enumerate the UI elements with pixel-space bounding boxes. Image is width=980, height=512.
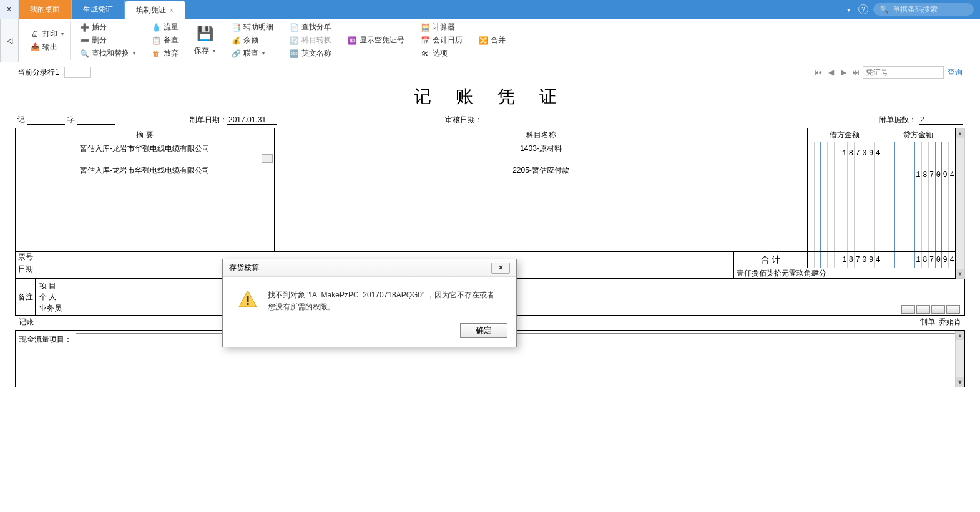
convert-icon: 🔄 xyxy=(289,36,299,46)
table-row[interactable] xyxy=(16,186,955,208)
merge-button[interactable]: 🔀合并 xyxy=(477,34,507,46)
attach-count[interactable]: 2 xyxy=(919,115,963,125)
find-split-button[interactable]: 📄查找分单 xyxy=(288,21,333,33)
tab-desktop[interactable]: 我的桌面 xyxy=(19,0,72,19)
cell-credit[interactable]: 187094 xyxy=(881,164,955,186)
scroll-up-icon[interactable]: ▲ xyxy=(956,331,964,340)
cell-debit[interactable]: 187094 xyxy=(808,142,881,164)
cashflow-input[interactable] xyxy=(76,333,961,345)
help-icon[interactable]: ? xyxy=(858,4,868,14)
label: 余额 xyxy=(243,35,258,46)
subject-convert-button[interactable]: 🔄科目转换 xyxy=(288,34,333,46)
cell-debit[interactable] xyxy=(808,229,881,251)
table-row[interactable]: 暂估入库-龙岩市华强电线电缆有限公司2205-暂估应付款187094 xyxy=(16,164,955,186)
scroll-up-icon[interactable]: ▲ xyxy=(956,128,964,138)
cell-subject[interactable]: 1403-原材料 xyxy=(275,142,808,164)
ok-button[interactable]: 确定 xyxy=(460,323,507,338)
label: 查找分单 xyxy=(301,22,331,32)
tab-label: 填制凭证 xyxy=(136,5,166,16)
prev-button[interactable]: ◀ xyxy=(825,67,836,78)
linked-check-button[interactable]: 🔗联查▾ xyxy=(230,47,275,59)
cell-subject[interactable]: 2205-暂估应付款 xyxy=(275,164,808,186)
scroll-down-icon[interactable]: ▼ xyxy=(956,377,964,387)
panel-close[interactable]: × xyxy=(0,0,19,19)
chevron-down-icon: ▾ xyxy=(61,31,64,37)
balance-button[interactable]: 💰余额 xyxy=(230,34,275,46)
current-entry-field[interactable] xyxy=(64,67,91,78)
mini-btn-4[interactable] xyxy=(946,305,960,314)
cell-credit[interactable] xyxy=(881,229,955,251)
cell-abstract[interactable] xyxy=(16,229,275,251)
find-icon: 🔍 xyxy=(79,49,89,59)
tab-strip: 我的桌面 生成凭证 填制凭证× xyxy=(19,0,185,19)
output-button[interactable]: 📤输出 xyxy=(29,41,65,53)
cell-credit[interactable] xyxy=(881,186,955,208)
cell-debit[interactable] xyxy=(808,186,881,208)
maker-name: 乔娟肖 xyxy=(939,317,961,326)
print-button[interactable]: 🖨打印▾ xyxy=(29,28,65,40)
dialog-close-button[interactable]: ✕ xyxy=(491,263,510,274)
next-button[interactable]: ▶ xyxy=(838,67,849,78)
label: 流量 xyxy=(164,22,179,32)
table-row[interactable] xyxy=(16,208,955,229)
col-credit: 贷方金额 xyxy=(881,128,955,142)
cell-subject[interactable] xyxy=(275,229,808,251)
first-button[interactable]: ⏮ xyxy=(813,67,824,78)
scroll-down-icon[interactable]: ▼ xyxy=(956,269,964,278)
calculator-icon: 🧮 xyxy=(420,22,430,32)
mini-btn-3[interactable] xyxy=(931,305,945,314)
label: 联查 xyxy=(243,48,258,59)
voucher-zi-input[interactable] xyxy=(77,115,115,125)
cell-credit[interactable] xyxy=(881,142,955,164)
tab-close-icon[interactable]: × xyxy=(170,7,174,14)
cell-credit[interactable] xyxy=(881,208,955,229)
abandon-button[interactable]: 🗑放弃 xyxy=(150,47,180,59)
label: 放弃 xyxy=(164,48,179,59)
ribbon-collapse[interactable]: ◁ xyxy=(0,19,19,62)
chevron-down-icon: ▾ xyxy=(213,48,215,54)
options-button[interactable]: 🛠选项 xyxy=(419,47,464,59)
mini-btn-2[interactable] xyxy=(916,305,930,314)
label: 删分 xyxy=(92,35,107,46)
cell-abstract[interactable] xyxy=(16,186,275,208)
flow-button[interactable]: 💧流量 xyxy=(150,21,180,33)
calculator-button[interactable]: 🧮计算器 xyxy=(419,21,464,33)
barcode-search[interactable]: 🔍 xyxy=(873,3,974,16)
ellipsis-button[interactable]: ⋯ xyxy=(262,154,273,163)
table-row[interactable] xyxy=(16,229,955,251)
cashflow-label: 现金流量项目： xyxy=(19,334,72,345)
cashflow-vscroll[interactable]: ▲ ▼ xyxy=(955,331,964,387)
english-name-button[interactable]: 🔤英文名称 xyxy=(288,47,333,59)
calendar-button[interactable]: 📅会计日历 xyxy=(419,34,464,46)
mini-btn-1[interactable] xyxy=(901,305,915,314)
cell-subject[interactable] xyxy=(275,186,808,208)
cell-abstract[interactable]: 暂估入库-龙岩市华强电线电缆有限公司⋯ xyxy=(16,142,275,164)
table-vscroll[interactable]: ▲ ▼ xyxy=(956,128,965,279)
cell-debit[interactable] xyxy=(808,164,881,186)
dropdown-icon[interactable]: ▾ xyxy=(843,4,853,14)
voucher-word-input[interactable] xyxy=(27,115,65,125)
cell-abstract[interactable]: 暂估入库-龙岩市华强电线电缆有限公司 xyxy=(16,164,275,186)
aux-detail-button[interactable]: 📑辅助明细 xyxy=(230,21,275,33)
tab-generate-voucher[interactable]: 生成凭证 xyxy=(72,0,125,19)
show-empty-no-button[interactable]: 🆔显示空凭证号 xyxy=(346,34,406,46)
svg-rect-1 xyxy=(247,296,249,302)
label: 辅助明细 xyxy=(243,22,273,32)
merge-icon: 🔀 xyxy=(478,36,488,46)
last-button[interactable]: ⏭ xyxy=(850,67,861,78)
maker-label: 制单 xyxy=(920,317,935,326)
cell-abstract[interactable] xyxy=(16,208,275,229)
table-row[interactable]: 暂估入库-龙岩市华强电线电缆有限公司⋯1403-原材料187094 xyxy=(16,142,955,164)
save-button[interactable]: 保存▾ xyxy=(193,45,217,57)
error-dialog: 存货核算 ✕ 找不到对象 "IA_MakePzPC_20170718APQG0"… xyxy=(222,259,517,347)
insert-split-button[interactable]: ➕插分 xyxy=(78,21,137,33)
cell-subject[interactable] xyxy=(275,208,808,229)
delete-split-button[interactable]: ➖删分 xyxy=(78,34,137,46)
total-credit: 187094 xyxy=(881,252,955,268)
barcode-search-input[interactable] xyxy=(893,5,968,14)
audit-button[interactable]: 📋备查 xyxy=(150,34,180,46)
balance-icon: 💰 xyxy=(231,36,241,46)
find-replace-button[interactable]: 🔍查找和替换▾ xyxy=(78,47,137,59)
tab-fill-voucher[interactable]: 填制凭证× xyxy=(125,1,185,19)
cell-debit[interactable] xyxy=(808,208,881,229)
